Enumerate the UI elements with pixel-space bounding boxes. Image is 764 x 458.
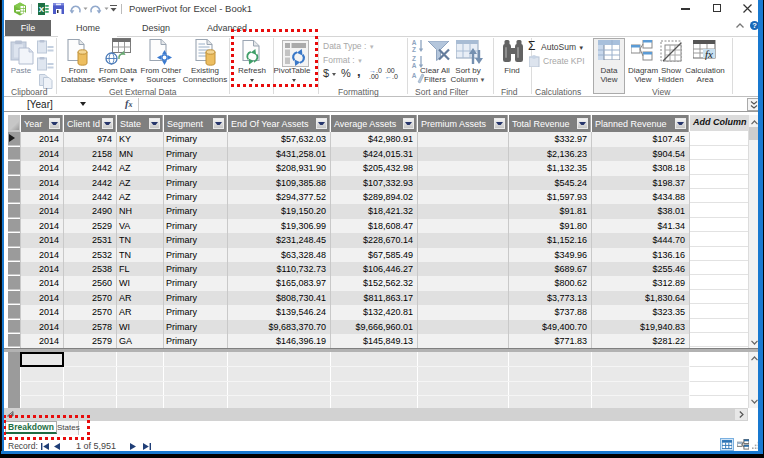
svg-text:A: A xyxy=(412,72,417,79)
svg-text:fx: fx xyxy=(705,48,713,60)
svg-text:A: A xyxy=(412,62,417,69)
svg-text:X: X xyxy=(39,5,45,14)
svg-text:Z: Z xyxy=(412,46,416,53)
